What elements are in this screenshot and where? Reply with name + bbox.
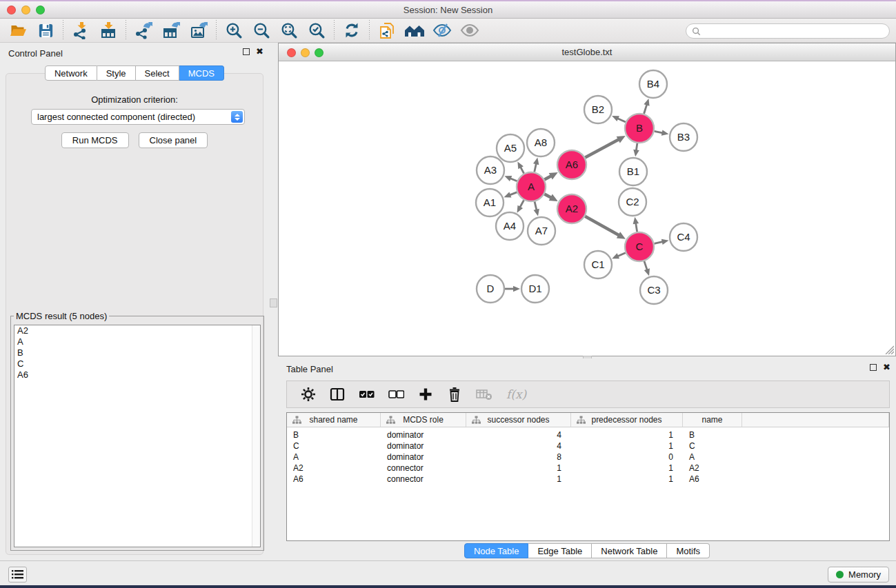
column-header-MCDS-role[interactable]: MCDS role — [381, 413, 466, 427]
memory-button[interactable]: Memory — [828, 567, 889, 582]
apply-layout-button[interactable] — [338, 19, 366, 41]
mcds-result-item[interactable]: B — [14, 347, 260, 358]
graph-edge-C-C4[interactable] — [654, 239, 668, 245]
hide-selected-button[interactable] — [428, 19, 456, 41]
search-field[interactable] — [686, 23, 890, 39]
graph-edge-B-B3[interactable] — [655, 130, 669, 135]
import-table-button[interactable] — [94, 19, 122, 41]
graph-node-C2[interactable]: C2 — [619, 188, 646, 216]
export-image-button[interactable] — [185, 19, 212, 41]
graph-edge-B-B1[interactable] — [633, 143, 639, 156]
graph-edge-A-A7[interactable] — [534, 201, 539, 216]
graph-edge-A-A2[interactable] — [544, 194, 557, 201]
home-networks-button[interactable] — [401, 19, 428, 41]
table-row[interactable]: A2connector11A2 — [287, 463, 889, 474]
tab-network[interactable]: Network — [45, 65, 97, 81]
graph-edge-A2-C[interactable] — [585, 216, 626, 239]
export-table-button[interactable] — [157, 19, 185, 41]
export-network-button[interactable] — [130, 19, 157, 41]
network-window[interactable]: testGlobe.txt B4B2BB3A8A5A6A3B1AC2A1A2A4… — [278, 43, 896, 356]
close-panel-icon[interactable]: ✖ — [256, 48, 263, 56]
graph-edge-B-B2[interactable] — [612, 116, 626, 122]
graph-node-B3[interactable]: B3 — [670, 123, 697, 151]
vertical-splitter-handle[interactable] — [270, 298, 277, 307]
tab-network-table[interactable]: Network Table — [592, 543, 667, 558]
graph-node-A3[interactable]: A3 — [477, 156, 504, 184]
float-panel-icon[interactable] — [243, 48, 250, 55]
graph-edge-A-A6[interactable] — [544, 172, 557, 180]
graph-node-C4[interactable]: C4 — [670, 223, 697, 251]
zoom-selected-button[interactable] — [303, 19, 330, 41]
graph-node-D1[interactable]: D1 — [521, 275, 549, 303]
close-window-button[interactable] — [7, 6, 16, 14]
graph-edge-A6-B[interactable] — [585, 136, 625, 158]
resize-grip-icon[interactable] — [884, 344, 894, 354]
table-row[interactable]: Bdominator41B — [287, 429, 889, 440]
run-mcds-button[interactable]: Run MCDS — [61, 132, 129, 148]
tab-style[interactable]: Style — [97, 65, 136, 81]
float-table-panel-icon[interactable] — [870, 364, 877, 371]
graph-edge-B-B4[interactable] — [644, 99, 649, 114]
graph-node-A[interactable]: A — [517, 172, 546, 201]
mcds-result-item[interactable]: A6 — [14, 369, 260, 381]
network-minimize-button[interactable] — [301, 48, 310, 57]
mcds-result-item[interactable]: C — [14, 358, 260, 369]
graph-edge-D-D1[interactable] — [505, 286, 520, 292]
zoom-in-button[interactable] — [220, 19, 248, 41]
network-zoom-button[interactable] — [315, 48, 323, 57]
add-column-button[interactable] — [418, 386, 433, 403]
delete-columns-button[interactable] — [447, 386, 462, 403]
network-graph[interactable]: B4B2BB3A8A5A6A3B1AC2A1A2A4A7C4CC1C3DD1 — [279, 62, 895, 356]
tab-node-table[interactable]: Node Table — [464, 543, 529, 558]
graph-node-C1[interactable]: C1 — [584, 251, 612, 278]
graph-edge-A-A4[interactable] — [517, 200, 524, 212]
minimize-window-button[interactable] — [21, 6, 30, 14]
optimization-criterion-select[interactable]: largest connected component (directed) — [31, 109, 245, 125]
search-input[interactable] — [701, 25, 889, 37]
graph-node-C3[interactable]: C3 — [640, 276, 668, 304]
mcds-result-item[interactable]: A — [14, 336, 260, 347]
column-header-successor-nodes[interactable]: successor nodes — [466, 413, 571, 427]
open-session-button[interactable] — [4, 19, 32, 41]
network-canvas[interactable]: B4B2BB3A8A5A6A3B1AC2A1A2A4A7C4CC1C3DD1 — [279, 62, 895, 356]
tab-select[interactable]: Select — [136, 65, 179, 81]
graph-node-A2[interactable]: A2 — [557, 194, 586, 223]
graph-node-A7[interactable]: A7 — [528, 217, 555, 245]
graph-node-B4[interactable]: B4 — [639, 70, 667, 98]
graph-node-A5[interactable]: A5 — [497, 134, 524, 162]
select-all-rows-button[interactable] — [359, 386, 375, 403]
tab-edge-table[interactable]: Edge Table — [528, 543, 592, 558]
node-table[interactable]: shared nameMCDS rolesuccessor nodesprede… — [286, 412, 890, 541]
graph-edge-A-A1[interactable] — [504, 192, 517, 198]
tab-motifs[interactable]: Motifs — [667, 543, 710, 558]
save-session-button[interactable] — [32, 19, 59, 41]
zoom-fit-button[interactable] — [275, 19, 303, 41]
graph-edge-C-C1[interactable] — [612, 253, 626, 259]
graph-edge-A-A8[interactable] — [533, 157, 539, 172]
graph-node-A6[interactable]: A6 — [557, 150, 586, 179]
graph-node-A8[interactable]: A8 — [527, 129, 555, 156]
delete-table-button[interactable] — [476, 386, 492, 403]
network-close-button[interactable] — [287, 48, 296, 57]
close-panel-button[interactable]: Close panel — [139, 132, 208, 148]
mcds-result-list[interactable]: A2ABCA6 — [14, 325, 261, 547]
graph-node-B2[interactable]: B2 — [584, 96, 612, 123]
network-window-titlebar[interactable]: testGlobe.txt — [279, 43, 895, 61]
graph-node-B[interactable]: B — [625, 114, 654, 143]
graph-edge-A-A3[interactable] — [504, 176, 517, 181]
column-settings-button[interactable] — [301, 386, 316, 403]
close-table-panel-icon[interactable]: ✖ — [883, 363, 890, 372]
graph-node-B1[interactable]: B1 — [619, 158, 647, 185]
column-header-name[interactable]: name — [683, 413, 742, 427]
graph-node-A1[interactable]: A1 — [476, 189, 504, 216]
zoom-out-button[interactable] — [248, 19, 275, 41]
column-header-predecessor-nodes[interactable]: predecessor nodes — [571, 413, 683, 427]
show-selected-button[interactable] — [456, 19, 484, 41]
task-history-button[interactable] — [8, 567, 27, 582]
deselect-all-rows-button[interactable] — [388, 386, 404, 403]
split-panel-button[interactable] — [330, 386, 345, 403]
table-row[interactable]: A6connector11A6 — [287, 474, 889, 485]
mcds-list-scrollbar[interactable] — [252, 325, 260, 547]
graph-edge-C-C2[interactable] — [633, 217, 639, 232]
graph-node-A4[interactable]: A4 — [496, 212, 524, 240]
